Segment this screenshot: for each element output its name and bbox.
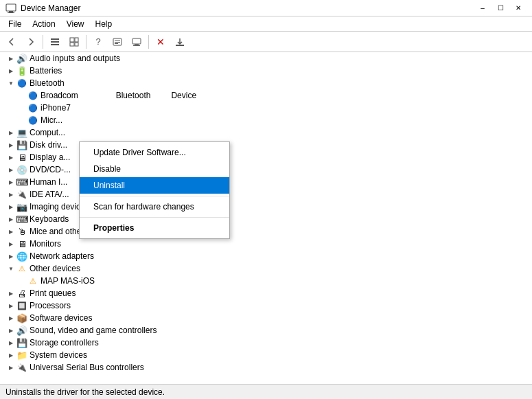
properties-tb-button[interactable] — [108, 34, 126, 50]
expand-storage[interactable]: ▶ — [5, 337, 16, 348]
expand-monitors[interactable]: ▶ — [5, 238, 16, 249]
tree-item-printq[interactable]: ▶ 🖨 Print queues — [0, 287, 532, 299]
list-view-button[interactable] — [65, 34, 83, 50]
tree-item-microsoft[interactable]: 🔵 Micr... — [0, 114, 532, 126]
expand-ideata[interactable]: ▶ — [5, 189, 16, 200]
close-button[interactable]: ✕ — [510, 1, 527, 15]
tree-item-system[interactable]: ▶ 📁 System devices — [0, 349, 532, 361]
expand-system[interactable]: ▶ — [5, 350, 16, 361]
expand-usb[interactable]: ▶ — [5, 362, 16, 373]
computer-tb-button[interactable] — [128, 34, 146, 50]
menu-help[interactable]: Help — [90, 18, 118, 30]
expand-computer[interactable]: ▶ — [5, 127, 16, 138]
tree-item-processors[interactable]: ▶ 🔲 Processors — [0, 299, 532, 312]
icon-software: 📦 — [16, 312, 27, 323]
tree-item-audio[interactable]: ▶ 🔊 Audio inputs and outputs — [0, 52, 532, 65]
expand-sound[interactable]: ▶ — [5, 325, 16, 336]
tree-item-sound[interactable]: ▶ 🔊 Sound, video and game controllers — [0, 324, 532, 337]
menu-action[interactable]: Action — [27, 18, 60, 30]
expand-processors[interactable]: ▶ — [5, 300, 16, 311]
svg-rect-1 — [9, 11, 13, 12]
icon-system: 📁 — [16, 350, 27, 361]
svg-rect-8 — [70, 43, 74, 46]
expand-audio[interactable]: ▶ — [5, 53, 16, 64]
icon-dvdcd: 💿 — [16, 164, 27, 175]
expand-other[interactable]: ▼ — [5, 263, 16, 274]
expand-software[interactable]: ▶ — [5, 312, 16, 323]
svg-rect-9 — [75, 43, 78, 46]
minimize-button[interactable]: – — [474, 1, 491, 15]
tree-item-iphone7[interactable]: 🔵 iPhone7 — [0, 102, 532, 114]
tree-item-monitors[interactable]: ▶ 🖥 Monitors — [0, 238, 532, 250]
svg-rect-7 — [75, 38, 78, 42]
tree-item-computer[interactable]: ▶ 💻 Comput... — [0, 126, 532, 139]
expand-printq[interactable]: ▶ — [5, 288, 16, 299]
tree-view-button[interactable] — [46, 34, 64, 50]
icon-other: ⚠ — [16, 263, 27, 274]
label-broadcom: Broadcom — [41, 91, 78, 100]
app-icon — [5, 3, 16, 14]
toolbar-separator-2 — [86, 35, 86, 49]
col-device: Device — [171, 91, 196, 100]
label-monitors: Monitors — [30, 239, 61, 249]
col-bluetooth: Bluetooth — [116, 91, 151, 100]
ctx-sep-1 — [80, 196, 229, 196]
ctx-scan[interactable]: Scan for hardware changes — [80, 198, 229, 215]
download-button[interactable] — [171, 34, 189, 50]
expand-display[interactable]: ▶ — [5, 152, 16, 163]
expand-iphone7 — [16, 102, 27, 113]
tree-item-broadcom[interactable]: 🔵 Broadcom Bluetooth Device — [0, 89, 532, 102]
icon-storage: 💾 — [16, 337, 27, 348]
remove-button[interactable]: ✕ — [152, 34, 170, 50]
expand-network[interactable]: ▶ — [5, 251, 16, 262]
tree-item-other[interactable]: ▼ ⚠ Other devices — [0, 262, 532, 275]
tree-item-software[interactable]: ▶ 📦 Software devices — [0, 312, 532, 324]
ctx-uninstall[interactable]: Uninstall — [80, 177, 229, 194]
label-keyboards: Keyboards — [30, 214, 69, 224]
menu-view[interactable]: View — [61, 18, 90, 30]
back-button[interactable] — [3, 34, 21, 50]
label-processors: Processors — [30, 301, 71, 310]
forward-button[interactable] — [22, 34, 40, 50]
label-humanI: Human I... — [30, 177, 67, 187]
ctx-sep-2 — [80, 217, 229, 218]
icon-iphone7: 🔵 — [27, 102, 38, 113]
label-iphone7: iPhone7 — [41, 103, 71, 113]
icon-ideata: 🔌 — [16, 189, 27, 200]
label-sound: Sound, video and game controllers — [30, 326, 157, 335]
expand-mice[interactable]: ▶ — [5, 226, 16, 237]
tree-item-network[interactable]: ▶ 🌐 Network adapters — [0, 250, 532, 262]
tree-item-batteries[interactable]: ▶ 🔋 Batteries — [0, 65, 532, 77]
ctx-properties[interactable]: Properties — [80, 220, 229, 236]
label-microsoft: Micr... — [41, 115, 62, 125]
tree-item-usb[interactable]: ▶ 🔌 Universal Serial Bus controllers — [0, 361, 532, 374]
ctx-disable[interactable]: Disable — [80, 161, 229, 177]
menu-file[interactable]: File — [3, 18, 27, 30]
expand-diskdrives[interactable]: ▶ — [5, 139, 16, 150]
svg-rect-12 — [115, 42, 120, 43]
window-title: Device Manager — [21, 3, 474, 13]
label-computer: Comput... — [30, 128, 65, 137]
device-tree[interactable]: ▶ 🔊 Audio inputs and outputs ▶ 🔋 Batteri… — [0, 52, 532, 384]
expand-bluetooth[interactable]: ▼ — [5, 78, 16, 89]
tree-item-storage[interactable]: ▶ 💾 Storage controllers — [0, 337, 532, 349]
toolbar: ? ✕ — [0, 32, 532, 52]
svg-rect-15 — [135, 44, 139, 45]
window-controls: – ☐ ✕ — [474, 1, 527, 15]
svg-rect-16 — [133, 45, 140, 46]
label-ideata: IDE ATA/... — [30, 190, 69, 199]
label-bluetooth: Bluetooth — [30, 78, 65, 88]
expand-batteries[interactable]: ▶ — [5, 65, 16, 76]
maximize-button[interactable]: ☐ — [492, 1, 509, 15]
help-button[interactable]: ? — [89, 34, 107, 50]
tree-item-mapmacios[interactable]: ⚠ MAP MAS-iOS — [0, 275, 532, 287]
svg-rect-6 — [70, 38, 74, 42]
expand-dvdcd[interactable]: ▶ — [5, 164, 16, 175]
icon-usb: 🔌 — [16, 362, 27, 373]
status-bar: Uninstalls the driver for the selected d… — [0, 384, 532, 399]
tree-item-bluetooth[interactable]: ▼ 🔵 Bluetooth — [0, 77, 532, 89]
expand-imaging[interactable]: ▶ — [5, 201, 16, 212]
label-dvdcd: DVD/CD-... — [30, 165, 71, 174]
ctx-update[interactable]: Update Driver Software... — [80, 144, 229, 161]
expand-broadcom — [16, 90, 27, 101]
